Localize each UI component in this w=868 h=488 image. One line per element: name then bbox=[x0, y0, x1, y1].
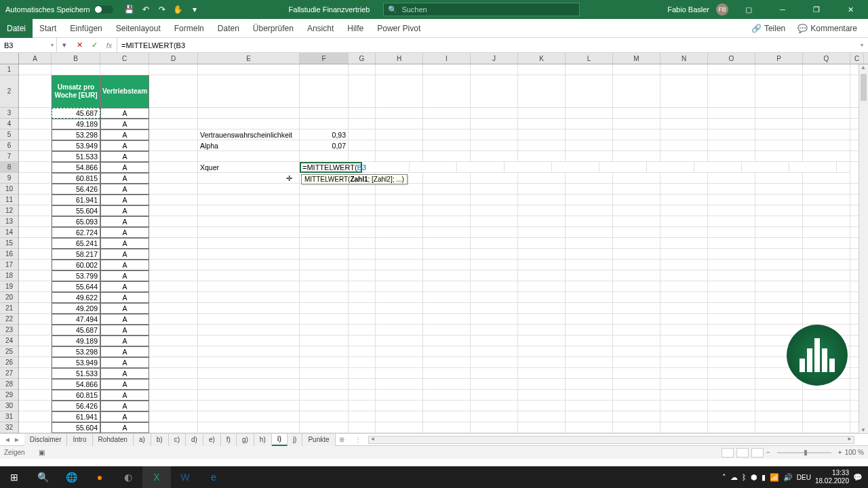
cell-L11[interactable] bbox=[566, 195, 613, 205]
cell-E12[interactable] bbox=[198, 205, 300, 216]
cell-E17[interactable] bbox=[198, 260, 300, 270]
ribbon-tab-seitenlayout[interactable]: Seitenlayout bbox=[109, 19, 167, 38]
cell-C17[interactable]: A bbox=[100, 260, 149, 270]
cell-O9[interactable] bbox=[708, 173, 755, 184]
cell-H20[interactable] bbox=[376, 292, 423, 303]
cell-K25[interactable] bbox=[518, 346, 566, 357]
cell-C22[interactable]: A bbox=[100, 314, 149, 325]
cell-M25[interactable] bbox=[613, 346, 660, 357]
cell-I8[interactable] bbox=[410, 162, 457, 173]
cell-A30[interactable] bbox=[19, 401, 52, 411]
cell-K1[interactable] bbox=[518, 64, 566, 75]
cell-G27[interactable] bbox=[349, 368, 376, 379]
col-header-H[interactable]: H bbox=[376, 53, 423, 64]
cell-G7[interactable] bbox=[349, 151, 376, 162]
row-header-20[interactable]: 20 bbox=[0, 292, 18, 303]
cell-O23[interactable] bbox=[708, 325, 755, 336]
cell-L29[interactable] bbox=[566, 390, 613, 401]
cell-G15[interactable] bbox=[349, 238, 376, 249]
row-header-8[interactable]: 8 bbox=[0, 162, 18, 173]
cell-J22[interactable] bbox=[471, 314, 518, 325]
cell-E31[interactable] bbox=[198, 411, 300, 422]
cell-P6[interactable] bbox=[755, 140, 803, 151]
cell-M32[interactable] bbox=[613, 422, 660, 433]
cell-K3[interactable] bbox=[518, 108, 566, 119]
cell-F6[interactable]: 0,07 bbox=[300, 140, 349, 151]
cell-H2[interactable] bbox=[376, 75, 423, 108]
cell-A29[interactable] bbox=[19, 390, 52, 401]
cell-N3[interactable] bbox=[660, 108, 708, 119]
sheet-next-icon[interactable]: ► bbox=[14, 436, 20, 443]
row-header-30[interactable]: 30 bbox=[0, 401, 18, 411]
cell-J18[interactable] bbox=[471, 270, 518, 281]
cell-B31[interactable]: 61.941 bbox=[52, 411, 100, 422]
col-header-Q[interactable]: Q bbox=[803, 53, 850, 64]
row-header-27[interactable]: 27 bbox=[0, 368, 18, 379]
cell-B19[interactable]: 55.644 bbox=[52, 281, 100, 292]
row-header-24[interactable]: 24 bbox=[0, 336, 18, 346]
cell-N7[interactable] bbox=[660, 151, 708, 162]
cell-D18[interactable] bbox=[149, 270, 198, 281]
cell-C30[interactable]: A bbox=[100, 401, 149, 411]
cell-J10[interactable] bbox=[471, 184, 518, 195]
cell-I1[interactable] bbox=[423, 64, 471, 75]
cell-I13[interactable] bbox=[423, 216, 471, 227]
cell-K16[interactable] bbox=[518, 249, 566, 260]
tray-language[interactable]: DEU bbox=[797, 474, 811, 481]
cell-M3[interactable] bbox=[613, 108, 660, 119]
cell-A10[interactable] bbox=[19, 184, 52, 195]
cell-J9[interactable] bbox=[471, 173, 518, 184]
cell-N20[interactable] bbox=[660, 292, 708, 303]
cell-D19[interactable] bbox=[149, 281, 198, 292]
row-header-16[interactable]: 16 bbox=[0, 249, 18, 260]
cell-A14[interactable] bbox=[19, 227, 52, 238]
row-header-2[interactable]: 2 bbox=[0, 75, 18, 108]
cell-E23[interactable] bbox=[198, 325, 300, 336]
col-header-L[interactable]: L bbox=[566, 53, 613, 64]
cell-M1[interactable] bbox=[613, 64, 660, 75]
cell-K13[interactable] bbox=[518, 216, 566, 227]
cell-D12[interactable] bbox=[149, 205, 198, 216]
cell-C19[interactable]: A bbox=[100, 281, 149, 292]
cell-J6[interactable] bbox=[471, 140, 518, 151]
cell-K32[interactable] bbox=[518, 422, 566, 433]
cell-G23[interactable] bbox=[349, 325, 376, 336]
col-header-B[interactable]: B bbox=[52, 53, 100, 64]
cell-I19[interactable] bbox=[423, 281, 471, 292]
row-header-21[interactable]: 21 bbox=[0, 303, 18, 314]
cell-A17[interactable] bbox=[19, 260, 52, 270]
cell-H30[interactable] bbox=[376, 401, 423, 411]
cell-G20[interactable] bbox=[349, 292, 376, 303]
cell-A25[interactable] bbox=[19, 346, 52, 357]
qat-dropdown-icon[interactable]: ▾ bbox=[188, 3, 201, 16]
cell-M6[interactable] bbox=[613, 140, 660, 151]
cell-C9[interactable]: A bbox=[100, 173, 149, 184]
cell-P9[interactable] bbox=[755, 173, 803, 184]
cell-D26[interactable] bbox=[149, 357, 198, 368]
zoom-level[interactable]: 100 % bbox=[845, 449, 864, 456]
cell-E27[interactable] bbox=[198, 368, 300, 379]
cell-Q7[interactable] bbox=[803, 151, 850, 162]
cell-P7[interactable] bbox=[755, 151, 803, 162]
taskbar-excel[interactable]: X bbox=[142, 466, 171, 488]
cell-J1[interactable] bbox=[471, 64, 518, 75]
cell-O1[interactable] bbox=[708, 64, 755, 75]
cancel-formula-icon[interactable]: ✕ bbox=[72, 38, 87, 52]
cell-F30[interactable] bbox=[300, 401, 349, 411]
cell-M19[interactable] bbox=[613, 281, 660, 292]
cell-K31[interactable] bbox=[518, 411, 566, 422]
row-header-4[interactable]: 4 bbox=[0, 119, 18, 129]
cell-O5[interactable] bbox=[708, 129, 755, 140]
cell-M23[interactable] bbox=[613, 325, 660, 336]
cell-M10[interactable] bbox=[613, 184, 660, 195]
cell-N22[interactable] bbox=[660, 314, 708, 325]
formula-dropdown-icon[interactable]: ▾ bbox=[57, 38, 72, 52]
cell-A13[interactable] bbox=[19, 216, 52, 227]
cell-N5[interactable] bbox=[660, 129, 708, 140]
sheet-tab-d[interactable]: d) bbox=[186, 434, 203, 446]
cell-E30[interactable] bbox=[198, 401, 300, 411]
cell-A24[interactable] bbox=[19, 336, 52, 346]
cell-P30[interactable] bbox=[755, 401, 803, 411]
cell-F3[interactable] bbox=[300, 108, 349, 119]
cell-F25[interactable] bbox=[300, 346, 349, 357]
